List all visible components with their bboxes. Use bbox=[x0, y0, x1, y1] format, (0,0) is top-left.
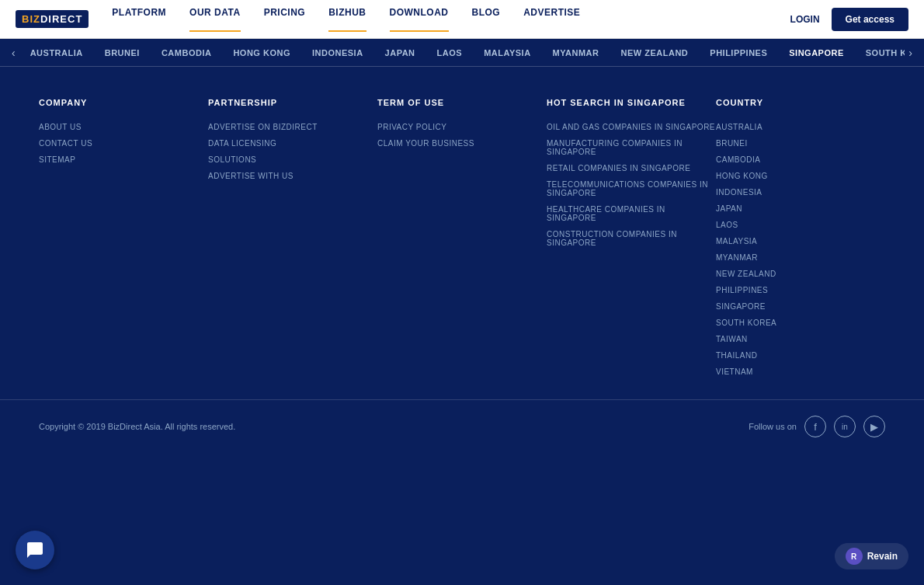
facebook-icon[interactable]: f bbox=[804, 416, 826, 437]
footer-columns: COMPANY ABOUT US CONTACT US SITEMAP PART… bbox=[39, 98, 885, 384]
footer-country-cambodia[interactable]: CAMBODIA bbox=[716, 155, 885, 164]
footer-partnership-header: PARTNERSHIP bbox=[208, 98, 377, 107]
footer-country-header: COUNTRY bbox=[716, 98, 885, 107]
nav-our-data[interactable]: OUR DATA bbox=[189, 7, 241, 32]
footer-data-licensing[interactable]: DATA LICENSING bbox=[208, 139, 377, 148]
copyright-text: Copyright © 2019 BizDirect Asia. All rig… bbox=[39, 422, 235, 431]
revain-badge[interactable]: R Revain bbox=[835, 543, 908, 569]
footer-hot-search-header: HOT SEARCH IN SINGAPORE bbox=[547, 98, 716, 107]
footer-about-us[interactable]: ABOUT US bbox=[39, 123, 208, 131]
footer-privacy-policy[interactable]: PRIVACY POLICY bbox=[377, 123, 547, 131]
country-hong-kong[interactable]: HONG KONG bbox=[222, 48, 301, 57]
footer-advertise-with-us[interactable]: ADVERTISE WITH US bbox=[208, 172, 377, 180]
chat-icon bbox=[26, 541, 44, 559]
country-cambodia[interactable]: CAMBODIA bbox=[151, 48, 223, 57]
footer-retail[interactable]: RETAIL COMPANIES IN SINGAPORE bbox=[547, 164, 716, 172]
footer-country-brunei[interactable]: BRUNEI bbox=[716, 139, 885, 148]
country-bar-items: AUSTRALIA BRUNEI CAMBODIA HONG KONG INDO… bbox=[19, 48, 905, 57]
nav-links: PLATFORM OUR DATA PRICING BIZHUB DOWNLOA… bbox=[112, 7, 790, 32]
social-area: Follow us on f in ▶ bbox=[749, 416, 885, 437]
logo-biz: BIZ bbox=[22, 13, 40, 25]
footer-col-partnership: PARTNERSHIP ADVERTISE ON BIZDIRECT DATA … bbox=[208, 98, 377, 384]
login-link[interactable]: LOGIN bbox=[790, 14, 820, 25]
footer-col-country: COUNTRY AUSTRALIA BRUNEI CAMBODIA HONG K… bbox=[716, 98, 885, 384]
footer-country-singapore[interactable]: SINGAPORE bbox=[716, 302, 885, 311]
footer-country-hong-kong[interactable]: HONG KONG bbox=[716, 172, 885, 180]
country-south-korea[interactable]: SOUTH K... bbox=[855, 48, 905, 57]
footer-country-thailand[interactable]: THAILAND bbox=[716, 351, 885, 360]
footer-country-philippines[interactable]: PHILIPPINES bbox=[716, 286, 885, 294]
footer-manufacturing[interactable]: MANUFACTURING COMPANIES IN SINGAPORE bbox=[547, 139, 716, 156]
country-laos[interactable]: LAOS bbox=[426, 48, 474, 57]
nav-bizhub[interactable]: BIZHUB bbox=[328, 7, 366, 32]
country-malaysia[interactable]: MALAYSIA bbox=[473, 48, 541, 57]
footer-country-myanmar[interactable]: MYANMAR bbox=[716, 253, 885, 262]
footer-claim-business[interactable]: CLAIM YOUR BUSINESS bbox=[377, 139, 547, 148]
nav-right: LOGIN Get access bbox=[790, 8, 908, 31]
footer-col-terms: TERM OF USE PRIVACY POLICY CLAIM YOUR BU… bbox=[377, 98, 547, 384]
nav-blog[interactable]: BLOG bbox=[472, 7, 501, 32]
footer-country-south-korea[interactable]: SOUTH KOREA bbox=[716, 319, 885, 327]
country-japan[interactable]: JAPAN bbox=[374, 48, 426, 57]
footer-country-taiwan[interactable]: TAIWAN bbox=[716, 335, 885, 343]
follow-us-label: Follow us on bbox=[749, 422, 797, 431]
footer-healthcare[interactable]: HEALTHCARE COMPANIES IN SINGAPORE bbox=[547, 205, 716, 222]
footer-sitemap[interactable]: SITEMAP bbox=[39, 155, 208, 164]
footer-oil-gas[interactable]: OIL AND GAS COMPANIES IN SINGAPORE bbox=[547, 123, 716, 131]
footer-country-vietnam[interactable]: VIETNAM bbox=[716, 367, 885, 376]
footer-country-japan[interactable]: JAPAN bbox=[716, 204, 885, 213]
footer-country-laos[interactable]: LAOS bbox=[716, 221, 885, 229]
get-access-button[interactable]: Get access bbox=[832, 8, 908, 31]
revain-label: Revain bbox=[867, 551, 898, 562]
footer-telecommunications[interactable]: TELECOMMUNICATIONS COMPANIES IN SINGAPOR… bbox=[547, 180, 716, 197]
country-bar-left-arrow[interactable]: ‹ bbox=[8, 47, 19, 59]
country-new-zealand[interactable]: NEW ZEALAND bbox=[610, 48, 700, 57]
country-brunei[interactable]: BRUNEI bbox=[94, 48, 151, 57]
country-indonesia[interactable]: INDONESIA bbox=[301, 48, 374, 57]
footer-solutions[interactable]: SOLUTIONS bbox=[208, 155, 377, 164]
chat-button[interactable] bbox=[16, 531, 54, 569]
country-bar: ‹ AUSTRALIA BRUNEI CAMBODIA HONG KONG IN… bbox=[0, 39, 924, 67]
top-navigation: BIZDIRECT PLATFORM OUR DATA PRICING BIZH… bbox=[0, 0, 924, 39]
nav-pricing[interactable]: PRICING bbox=[264, 7, 306, 32]
revain-icon: R bbox=[846, 548, 863, 565]
footer-col-company: COMPANY ABOUT US CONTACT US SITEMAP bbox=[39, 98, 208, 384]
footer-country-indonesia[interactable]: INDONESIA bbox=[716, 188, 885, 197]
country-myanmar[interactable]: MYANMAR bbox=[542, 48, 610, 57]
footer-company-header: COMPANY bbox=[39, 98, 208, 107]
nav-advertise[interactable]: ADVERTISE bbox=[523, 7, 580, 32]
logo-direct: DIRECT bbox=[40, 13, 82, 25]
footer-construction[interactable]: CONSTRUCTION COMPANIES IN SINGAPORE bbox=[547, 230, 716, 247]
country-bar-right-arrow[interactable]: › bbox=[905, 47, 916, 59]
footer-country-new-zealand[interactable]: NEW ZEALAND bbox=[716, 270, 885, 278]
footer-col-hot-search: HOT SEARCH IN SINGAPORE OIL AND GAS COMP… bbox=[547, 98, 716, 384]
country-philippines[interactable]: PHILIPPINES bbox=[699, 48, 778, 57]
nav-download[interactable]: DOWNLOAD bbox=[390, 7, 449, 32]
footer-advertise-bizdirect[interactable]: ADVERTISE ON BIZDIRECT bbox=[208, 123, 377, 131]
country-australia[interactable]: AUSTRALIA bbox=[19, 48, 94, 57]
footer-country-malaysia[interactable]: MALAYSIA bbox=[716, 237, 885, 245]
logo[interactable]: BIZDIRECT bbox=[16, 10, 89, 28]
linkedin-icon[interactable]: in bbox=[834, 416, 856, 437]
footer-contact-us[interactable]: CONTACT US bbox=[39, 139, 208, 148]
footer-terms-header: TERM OF USE bbox=[377, 98, 547, 107]
footer-country-australia[interactable]: AUSTRALIA bbox=[716, 123, 885, 131]
bottom-bar: Copyright © 2019 BizDirect Asia. All rig… bbox=[0, 399, 924, 453]
youtube-icon[interactable]: ▶ bbox=[863, 416, 885, 437]
logo-box: BIZDIRECT bbox=[16, 10, 89, 28]
country-singapore[interactable]: SINGAPORE bbox=[778, 48, 855, 57]
nav-platform[interactable]: PLATFORM bbox=[112, 7, 166, 32]
footer-content: COMPANY ABOUT US CONTACT US SITEMAP PART… bbox=[0, 67, 924, 399]
